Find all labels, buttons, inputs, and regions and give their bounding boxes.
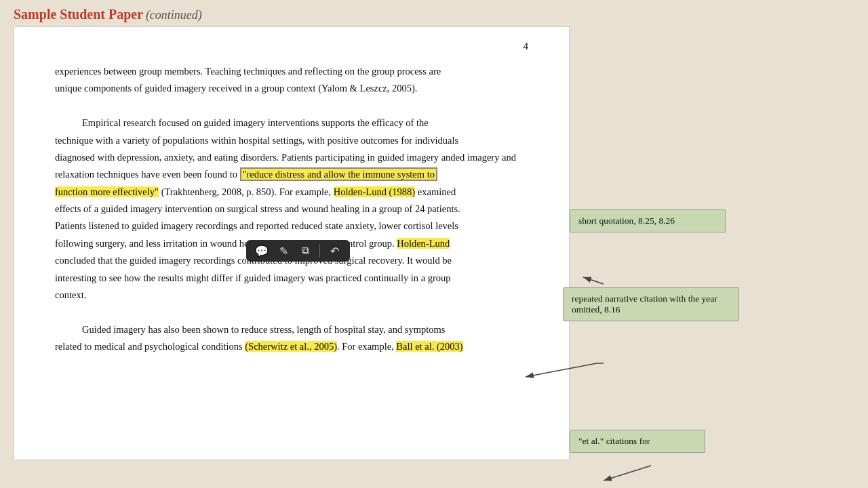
clear-icon[interactable]: ↶ [326,243,343,258]
paragraph-2-line7: Patients listened to guided imagery reco… [55,218,528,235]
paragraph-1-line1: experiences between group members. Teach… [55,63,528,80]
page-title: Sample Student Paper [14,7,143,22]
page-title-continued: (continued) [146,8,202,22]
paragraph-3-line1: Guided imagery has also been shown to re… [55,321,528,338]
highlight-holden-lund: Holden-Lund [397,238,450,249]
page-number: 4 [55,41,528,52]
paragraph-2-line10: interesting to see how the results might… [55,270,528,287]
outer-container: 4 experiences between group members. Tea… [0,26,868,460]
page-header: Sample Student Paper (continued) [0,0,868,26]
paper-area: 4 experiences between group members. Tea… [14,26,570,460]
toolbar-divider [319,244,320,258]
edit-icon[interactable]: ✎ [275,243,292,258]
highlight-et-al-1: (Scherwitz et al., 2005) [245,341,337,352]
paragraph-2-line2: technique with a variety of populations … [55,132,528,149]
highlight-short-quotation-end: function more effectively" [55,186,159,197]
annotation-box-et-al: "et al." citations for [570,430,705,453]
paper-wrapper: 4 experiences between group members. Tea… [14,26,570,460]
paragraph-3-line2: related to medical and psychological con… [55,338,528,355]
paragraph-1-line2: unique components of guided imagery rece… [55,80,528,97]
paragraph-2-line5: function more effectively" (Trakhtenberg… [55,184,528,201]
copy-icon[interactable]: ⧉ [296,243,314,258]
annotation-box-short-quotation: short quotation, 8.25, 8.26 [570,209,726,232]
annotation-toolbar[interactable]: 💬 ✎ ⧉ ↶ [246,240,350,262]
svg-line-2 [604,466,651,481]
paragraph-2-line11: context. [55,287,528,304]
paragraph-2-line4: relaxation techniques have even been fou… [55,166,528,183]
paper-text: experiences between group members. Teach… [55,63,528,355]
highlight-et-al-2: Ball et al. (2003) [396,341,462,352]
annotation-box-narrative-citation: repeated narrative citation with the yea… [563,287,739,321]
highlight-narrative-citation: Holden-Lund (1988) [334,186,415,197]
highlight-short-quotation-start: "reduce distress and allow the immune sy… [240,167,437,181]
paragraph-2-line6: effects of a guided imagery intervention… [55,201,528,218]
paragraph-2-line3: diagnosed with depression, anxiety, and … [55,149,528,166]
paragraph-2-line1: Empirical research focused on guided ima… [55,115,528,131]
comment-icon[interactable]: 💬 [253,243,271,258]
annotations-area: short quotation, 8.25, 8.26 repeated nar… [570,26,854,460]
